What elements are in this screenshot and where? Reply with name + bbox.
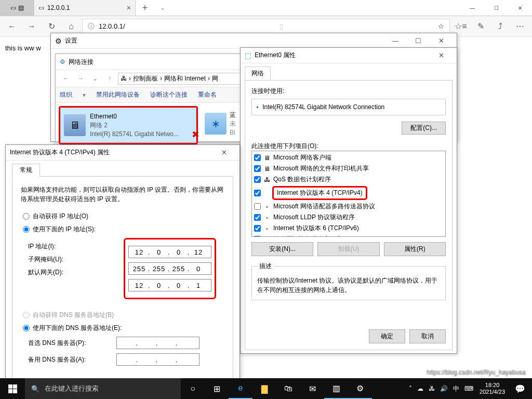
component-icon: ▫ (263, 203, 271, 211)
cmd-rename[interactable]: 重命名 (198, 90, 217, 99)
more-icon[interactable]: ⋯ (511, 18, 529, 35)
watermark: https://blog.csdn.net/Ryu_hayabusa (427, 369, 526, 376)
adapter2-device: Bl (230, 128, 236, 137)
configure-button[interactable]: 配置(C)... (402, 122, 446, 135)
taskbar-store[interactable]: 🛍 (276, 378, 300, 399)
tab-preview-icons[interactable]: ▭ ▤ (0, 0, 34, 16)
dns1-input[interactable]: ... (116, 337, 200, 349)
search-placeholder: 在此键入进行搜索 (45, 384, 99, 393)
radio-auto-ip[interactable]: 自动获得 IP 地址(O) (23, 212, 224, 221)
tray-keyboard-icon[interactable]: ⌨ (464, 385, 473, 392)
back-button[interactable]: ← (60, 75, 72, 82)
start-button[interactable] (0, 378, 25, 399)
ethprop-titlebar[interactable]: ⬚ Ethernet0 属性 ✕ (241, 48, 457, 63)
maximize-button[interactable]: ☐ (407, 37, 430, 45)
address-bar[interactable]: ⓘ 12.0.0.1/ ▯ ☆ (82, 19, 450, 34)
description-text: 传输控制协议/Internet 协议。该协议是默认的广域网络协议，用于在不同的相… (257, 277, 437, 294)
checkbox[interactable] (254, 176, 261, 183)
checkbox[interactable] (254, 214, 261, 221)
install-button[interactable]: 安装(N)... (251, 242, 313, 256)
cortana-icon[interactable]: ○ (181, 378, 205, 399)
reading-view-icon[interactable]: ▯ (280, 22, 283, 30)
crumb-control-panel[interactable]: 控制面板 (133, 74, 158, 83)
checkbox[interactable] (254, 165, 261, 172)
close-button[interactable]: ✕ (430, 37, 453, 45)
taskbar-app[interactable]: ▥ (324, 378, 348, 399)
taskbar-settings[interactable]: ⚙ (348, 378, 372, 399)
component-icon: 🖧 (263, 176, 271, 184)
tab-network[interactable]: 网络 (245, 66, 271, 81)
item-label: Microsoft 网络的文件和打印机共享 (273, 164, 369, 173)
checkbox[interactable] (254, 225, 261, 232)
ipv4-titlebar[interactable]: Internet 协议版本 4 (TCP/IPv4) 属性 ✕ (6, 145, 240, 161)
up-button[interactable]: ↑ (103, 75, 116, 82)
browser-tab[interactable]: ▭ 12.0.0.1 × (34, 0, 136, 16)
connect-label: 连接时使用: (251, 87, 446, 96)
dns2-input[interactable]: ... (116, 353, 200, 366)
history-chevron-icon[interactable]: ⌄ (89, 75, 101, 82)
taskbar-search[interactable]: 🔍 在此键入进行搜索 (25, 378, 181, 399)
ethprop-title: Ethernet0 属性 (255, 51, 296, 60)
minimize-button[interactable]: — (460, 0, 484, 16)
tray-onedrive-icon[interactable]: ☁ (417, 385, 423, 392)
taskbar-edge[interactable]: e (229, 378, 252, 399)
components-list[interactable]: 🖥Microsoft 网络客户端 🖥Microsoft 网络的文件和打印机共享 … (251, 151, 446, 237)
tray-volume-icon[interactable]: 🔊 (440, 385, 448, 392)
cmd-diagnose[interactable]: 诊断这个连接 (150, 90, 188, 99)
favorite-icon[interactable]: ☆ (438, 22, 444, 30)
tray-chevron-icon[interactable]: ˄ (409, 385, 412, 392)
component-icon: ▫ (263, 214, 271, 222)
action-center-icon[interactable]: 💬 (508, 378, 532, 399)
ip-address-input[interactable]: 12.0.0.12 (128, 246, 211, 258)
share-icon[interactable]: ⤴ (491, 18, 509, 35)
gateway-input[interactable]: 12.0.0.1 (128, 279, 211, 291)
cmd-disable[interactable]: 禁用此网络设备 (96, 90, 140, 99)
close-tab-icon[interactable]: × (127, 4, 131, 12)
radio-use-dns[interactable]: 使用下面的 DNS 服务器地址(E): (23, 324, 224, 332)
new-tab-button[interactable]: + (136, 0, 154, 16)
url-text: 12.0.0.1/ (99, 22, 125, 30)
tab-chevron-icon[interactable]: ⌄ (154, 0, 171, 16)
uninstall-button: 卸载(U) (317, 242, 379, 256)
ipv4-properties-window: Internet 协议版本 4 (TCP/IPv4) 属性 ✕ 常规 如果网络支… (5, 144, 240, 379)
forward-button[interactable]: → (74, 75, 87, 82)
tray-network-icon[interactable]: 🖧 (429, 385, 435, 392)
close-button[interactable]: ✕ (212, 149, 235, 156)
checkbox[interactable] (254, 190, 261, 196)
checkbox[interactable] (254, 154, 261, 161)
ipv4-title: Internet 协议版本 4 (TCP/IPv4) 属性 (10, 148, 110, 157)
list-item: 🖧QoS 数据包计划程序 (253, 174, 444, 185)
radio-use-ip[interactable]: 使用下面的 IP 地址(S): (23, 225, 224, 234)
maximize-button[interactable]: ☐ (484, 0, 508, 16)
crumb-netconn[interactable]: 网 (212, 74, 218, 83)
taskbar-mail[interactable]: ✉ (300, 378, 324, 399)
close-button[interactable]: ✕ (430, 51, 453, 59)
checkbox[interactable] (254, 236, 261, 237)
taskbar-clock[interactable]: 18:20 2021/4/23 (476, 382, 508, 395)
properties-button[interactable]: 属性(R) (384, 242, 446, 256)
minimize-button[interactable]: — (384, 37, 407, 45)
info-icon[interactable]: ⓘ (88, 22, 95, 31)
ok-button[interactable]: 确定 (369, 329, 405, 343)
taskbar-explorer[interactable]: ▇ (252, 378, 276, 399)
connect-device-box: ▪ Intel(R) 82574L Gigabit Network Connec… (251, 99, 446, 115)
item-label-highlighted[interactable]: Internet 协议版本 4 (TCP/IPv4) (272, 186, 367, 200)
notes-icon[interactable]: ✎ (472, 18, 489, 35)
settings-titlebar[interactable]: ⚙ 设置 — ☐ ✕ (51, 33, 457, 49)
subnet-mask-input[interactable]: 255.255.255.0 (128, 262, 211, 275)
task-view-icon[interactable]: ⊞ (205, 378, 229, 399)
cancel-button[interactable]: 取消 (409, 329, 446, 343)
tab-general[interactable]: 常规 (12, 164, 40, 177)
gw-label: 默认网关(D): (28, 268, 116, 277)
ethernet-icon: 🖥 (64, 114, 86, 136)
crumb-network-internet[interactable]: 网络和 Internet (164, 74, 206, 83)
close-button[interactable]: ✕ (508, 0, 532, 16)
checkbox[interactable] (254, 203, 261, 210)
forward-button[interactable]: → (23, 18, 41, 35)
system-tray[interactable]: ˄ ☁ 🖧 🔊 中 ⌨ (406, 384, 476, 393)
cmd-organize[interactable]: 组织 (60, 90, 72, 99)
back-button[interactable]: ← (3, 18, 21, 35)
tray-ime-icon[interactable]: 中 (453, 384, 459, 393)
adapter-ethernet0[interactable]: 🖥 Ethernet0 网络 2 Intel(R) 82574L Gigabit… (60, 108, 196, 143)
adapter2-name: 蓝 (230, 111, 236, 119)
